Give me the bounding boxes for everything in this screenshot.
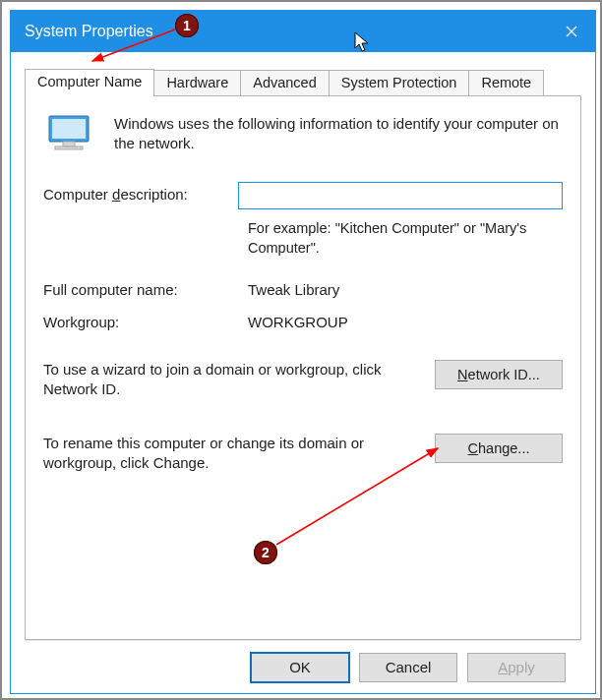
apply-button[interactable]: Apply <box>467 653 566 682</box>
tab-label: System Protection <box>341 75 457 90</box>
window-title: System Properties <box>25 23 153 40</box>
tab-label: Remote <box>481 75 531 90</box>
tab-advanced[interactable]: Advanced <box>240 70 330 95</box>
computer-icon <box>43 114 96 160</box>
full-computer-name-label: Full computer name: <box>43 277 248 298</box>
tabstrip: Computer Name Hardware Advanced System P… <box>25 66 581 95</box>
client-area: Computer Name Hardware Advanced System P… <box>11 52 595 693</box>
change-button[interactable]: Change... <box>435 434 563 463</box>
tab-computer-name[interactable]: Computer Name <box>25 69 154 96</box>
computer-description-hint: For example: "Kitchen Computer" or "Mary… <box>248 219 563 258</box>
titlebar[interactable]: System Properties <box>11 11 595 52</box>
workgroup-value: WORKGROUP <box>248 310 563 330</box>
close-button[interactable] <box>548 11 595 52</box>
tab-hardware[interactable]: Hardware <box>153 70 241 95</box>
dialog-button-bar: OK Cancel Apply <box>25 640 581 693</box>
network-id-text: To use a wizard to join a domain or work… <box>43 360 435 400</box>
svg-rect-4 <box>63 142 75 146</box>
system-properties-dialog: System Properties Computer Name Hardware… <box>10 10 596 694</box>
close-icon <box>566 26 577 37</box>
svg-rect-5 <box>55 146 83 149</box>
tab-system-protection[interactable]: System Protection <box>329 70 470 95</box>
network-id-button[interactable]: Network ID... <box>435 360 563 389</box>
change-text: To rename this computer or change its do… <box>43 434 435 474</box>
tabpanel-computer-name: Windows uses the following information t… <box>25 95 581 640</box>
tab-remote[interactable]: Remote <box>468 70 544 95</box>
computer-description-label: Computer description: <box>43 182 238 203</box>
intro-text: Windows uses the following information t… <box>114 114 563 154</box>
workgroup-label: Workgroup: <box>43 310 248 330</box>
svg-rect-3 <box>52 119 86 139</box>
full-computer-name-value: Tweak Library <box>248 277 563 298</box>
tab-label: Computer Name <box>37 74 142 89</box>
ok-button[interactable]: OK <box>251 653 349 682</box>
tab-label: Hardware <box>166 75 228 90</box>
tab-label: Advanced <box>253 75 317 90</box>
computer-description-input[interactable] <box>238 182 563 209</box>
cancel-button[interactable]: Cancel <box>359 653 457 682</box>
